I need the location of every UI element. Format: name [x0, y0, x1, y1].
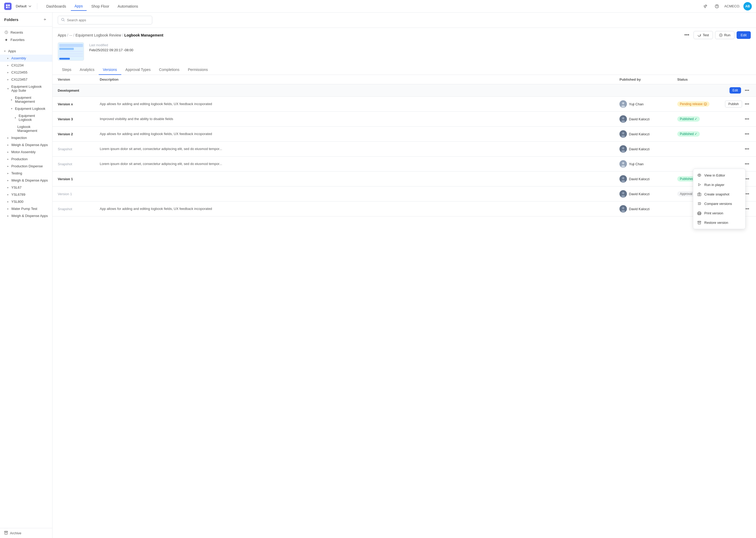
nav-dashboards[interactable]: Dashboards	[42, 2, 70, 11]
col-description: Description	[100, 78, 620, 81]
nav-shopfloor[interactable]: Shop Floor	[88, 2, 113, 11]
sidebar-item-favorites[interactable]: ★ Favorites	[0, 36, 52, 43]
sidebar-item-waterpump[interactable]: ▸ Water Pump Test	[0, 205, 52, 212]
row-actions: •••	[730, 145, 751, 152]
dropdown-compare-versions[interactable]: Compare versions	[693, 199, 745, 208]
test-button[interactable]: Test	[693, 31, 713, 39]
sidebar-item-logbook-mgmt[interactable]: Logbook Management	[0, 123, 52, 134]
sidebar-item-equipment-suite[interactable]: ▾ Equipment Logbook App Suite	[0, 83, 52, 94]
row-more-button[interactable]: •••	[743, 116, 751, 123]
sidebar-equipment-mgmt-label: Equipment Management	[15, 96, 48, 103]
sidebar-item-ysl6789[interactable]: ▸ YSL6789	[0, 191, 52, 198]
version-label: Snapshot	[58, 162, 100, 166]
more-options-button[interactable]: •••	[682, 31, 691, 39]
sidebar-item-weigh3[interactable]: ▸ Weigh & Dispense Apps	[0, 212, 52, 219]
sidebar-item-weigh1[interactable]: ▸ Weigh & Dispense Apps	[0, 141, 52, 148]
sidebar-item-ysl800[interactable]: ▸ YSL800	[0, 198, 52, 205]
breadcrumb-apps[interactable]: Apps	[58, 33, 66, 37]
sidebar-item-cx1234[interactable]: ▸ CX1234	[0, 62, 52, 69]
row-more-button[interactable]: •••	[743, 131, 751, 137]
tab-steps[interactable]: Steps	[58, 65, 75, 75]
svg-point-27	[621, 135, 625, 137]
user-name: Yuji Chan	[629, 162, 644, 166]
sidebar-item-cx123455[interactable]: ▸ CX123455	[0, 69, 52, 76]
sidebar-item-ysl67[interactable]: ▸ YSL67	[0, 184, 52, 191]
breadcrumb-sep2: /	[73, 33, 74, 37]
nav-automations[interactable]: Automations	[114, 2, 142, 11]
version-label: Version 1	[58, 177, 100, 181]
chevron-right-icon: ▸	[7, 207, 9, 210]
tab-permissions[interactable]: Permissions	[184, 65, 212, 75]
run-button[interactable]: Run	[715, 31, 734, 39]
sidebar-archive[interactable]: Archive	[0, 528, 52, 538]
chevron-right-icon: ▸	[7, 193, 9, 196]
info-icon	[704, 102, 707, 106]
dropdown-create-snapshot[interactable]: Create snapshot	[693, 189, 745, 199]
sidebar-apps-section: ▾ Apps ▸ Assembly ▸ CX1234 ▸ CX123455 ▸ …	[0, 45, 52, 221]
workspace-selector[interactable]: Default	[14, 3, 34, 9]
tab-versions[interactable]: Versions	[99, 65, 121, 75]
table-row: Snapshot App allows for adding and editi…	[53, 201, 756, 216]
search-bar	[58, 16, 152, 25]
dropdown-print-version[interactable]: Print version	[693, 208, 745, 218]
svg-rect-16	[59, 58, 70, 60]
section-more-button[interactable]: •••	[743, 87, 751, 94]
sidebar-item-production[interactable]: ▸ Production	[0, 155, 52, 163]
sidebar-item-testing[interactable]: ▸ Testing	[0, 170, 52, 177]
breadcrumb-equipment-review[interactable]: Equipment Logbook Review	[75, 33, 121, 37]
main-content: Apps / ··· / Equipment Logbook Review / …	[53, 13, 756, 538]
version-label: Version 1	[58, 192, 100, 196]
app-logo[interactable]	[4, 3, 12, 10]
chevron-down-icon	[28, 4, 32, 8]
sidebar-ysl6789-label: YSL6789	[11, 192, 25, 196]
nav-apps[interactable]: Apps	[71, 2, 87, 11]
sidebar-item-assembly[interactable]: ▸ Assembly	[0, 55, 52, 62]
sidebar-item-equipment-logbook-sub[interactable]: ▾ Equipment Logbook	[0, 112, 52, 123]
tab-analytics[interactable]: Analytics	[75, 65, 99, 75]
edit-button[interactable]: Edit	[736, 31, 751, 39]
row-more-button[interactable]: •••	[743, 101, 751, 107]
help-icon-btn[interactable]	[713, 2, 721, 11]
sidebar-expand-btn[interactable]	[42, 16, 48, 23]
user-name: David Kaloczi	[629, 132, 650, 136]
sidebar-item-recents[interactable]: Recents	[0, 28, 52, 36]
dropdown-restore-version[interactable]: Restore version	[693, 218, 745, 227]
sidebar-equipment-logbook-sub-label: Equipment Logbook	[19, 114, 48, 122]
section-edit-button[interactable]: Edit	[730, 87, 741, 93]
svg-rect-2	[6, 7, 8, 8]
svg-point-32	[622, 162, 624, 164]
context-dropdown-menu: View in Editor Run in player	[693, 169, 745, 229]
dropdown-run-player[interactable]: Run in player	[693, 180, 745, 189]
user-cell: David Kaloczi	[620, 205, 677, 213]
search-input[interactable]	[67, 18, 149, 22]
svg-rect-11	[59, 44, 83, 47]
sidebar-item-production-dispense[interactable]: ▸ Production Dispense	[0, 163, 52, 170]
row-description: App allows for adding and editing logboo…	[100, 132, 620, 136]
sidebar-motor-label: Motor Assembly	[11, 150, 35, 154]
dropdown-view-editor[interactable]: View in Editor	[693, 171, 745, 180]
sidebar-item-inspection[interactable]: ▸ Inspection	[0, 134, 52, 141]
breadcrumb-dots[interactable]: ···	[69, 33, 72, 37]
version-label: Snapshot	[58, 207, 100, 211]
sidebar-item-equipment-logbook[interactable]: ▾ Equipment Logbook	[0, 105, 52, 112]
archive-label: Archive	[10, 531, 21, 535]
header-actions: ••• Test Run Edit	[682, 31, 751, 39]
tab-completions[interactable]: Completions	[155, 65, 184, 75]
row-more-button[interactable]: •••	[743, 161, 751, 167]
sidebar-item-apps-group[interactable]: ▾ Apps	[0, 48, 52, 55]
row-more-button[interactable]: •••	[743, 145, 751, 152]
svg-rect-15	[59, 55, 83, 57]
sidebar-weigh3-label: Weigh & Dispense Apps	[11, 214, 48, 218]
sidebar-item-equipment-mgmt[interactable]: ▸ Equipment Management	[0, 94, 52, 105]
pin-icon-btn[interactable]	[701, 2, 710, 11]
chevron-down-icon: ▾	[11, 107, 12, 110]
user-cell: David Kaloczi	[620, 115, 677, 123]
sidebar-item-cx123457[interactable]: ▸ CX123457	[0, 76, 52, 83]
sidebar-apps-label: Apps	[8, 49, 16, 53]
sidebar-item-motor[interactable]: ▸ Motor Assembly	[0, 148, 52, 155]
sidebar-item-weigh2[interactable]: ▸ Weigh & Dispense Apps	[0, 177, 52, 184]
user-avatar[interactable]: AB	[743, 2, 752, 11]
tab-approval-types[interactable]: Approval Types	[121, 65, 155, 75]
section-actions: Edit •••	[730, 87, 751, 94]
publish-button[interactable]: Publish	[725, 101, 742, 107]
